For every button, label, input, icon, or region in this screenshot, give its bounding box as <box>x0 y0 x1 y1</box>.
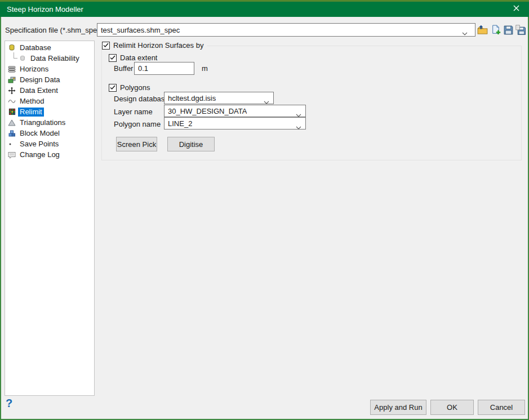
chevron-down-icon <box>296 123 301 131</box>
sidebar-item-data-reliability[interactable]: Data Reliability <box>5 53 94 64</box>
open-folder-icon[interactable] <box>477 25 488 35</box>
block-model-icon <box>8 129 16 137</box>
data-extent-checkbox-row: Data extent <box>109 53 158 62</box>
sidebar-item-method[interactable]: Method <box>5 96 94 106</box>
buffer-label: Buffer <box>114 64 133 73</box>
layer-name-value: 30_HW_DESIGN_DATA <box>168 107 247 115</box>
save-points-icon <box>8 140 16 148</box>
buffer-unit-label: m <box>202 64 208 73</box>
design-database-combobox[interactable]: hcltest.dgd.isis <box>164 92 274 104</box>
sidebar-item-triangulations[interactable]: Triangulations <box>5 117 94 128</box>
cancel-button[interactable]: Cancel <box>478 400 525 415</box>
sidebar-item-label: Data Extent <box>18 86 60 95</box>
horizons-icon <box>8 65 16 73</box>
relimit-surfaces-checkbox[interactable] <box>102 42 110 50</box>
sidebar-item-label: Method <box>18 97 46 106</box>
close-button[interactable] <box>504 0 529 17</box>
relimit-surfaces-checkbox-row: Relimit Horizon Surfaces by <box>102 41 207 50</box>
sidebar-item-design-data[interactable]: Design Data <box>5 74 94 85</box>
sidebar-item-label: Block Model <box>18 129 61 138</box>
spec-file-input[interactable] <box>97 23 475 37</box>
relimit-surfaces-label: Relimit Horizon Surfaces by <box>113 41 203 50</box>
new-specification-icon[interactable] <box>491 25 501 35</box>
screen-pick-button[interactable]: Screen Pick <box>116 137 157 151</box>
triangulations-icon <box>8 119 16 127</box>
sidebar-item-change-log[interactable]: Change Log <box>5 149 94 160</box>
database-icon <box>8 44 16 52</box>
steep-horizon-modeller-dialog: Steep Horizon Modeller Specification fil… <box>0 0 529 420</box>
spec-file-dropdown-chevron-icon[interactable] <box>462 29 468 37</box>
layer-name-label: Layer name <box>114 108 153 116</box>
tree-connector <box>14 52 17 59</box>
apply-and-run-button[interactable]: Apply and Run <box>370 400 426 415</box>
ok-button[interactable]: OK <box>430 400 474 415</box>
sidebar-item-label: Database <box>18 43 53 52</box>
sidebar-item-relimit[interactable]: Relimit <box>5 106 94 117</box>
help-button[interactable]: ? <box>6 397 12 409</box>
window-title: Steep Horizon Modeller <box>0 5 83 14</box>
sidebar-item-label: Horizons <box>18 65 50 74</box>
design-database-value: hcltest.dgd.isis <box>168 94 216 102</box>
buffer-input[interactable] <box>134 62 194 75</box>
data-reliability-icon <box>19 55 26 62</box>
sidebar-item-label: Triangulations <box>18 118 67 127</box>
design-database-label: Design database <box>114 95 169 103</box>
digitise-button[interactable]: Digitise <box>167 137 215 151</box>
sidebar-tree: Database Data Reliability Horizons <box>5 41 95 396</box>
save-as-icon[interactable] <box>515 25 526 35</box>
polygons-label: Polygons <box>120 83 150 92</box>
sidebar-item-label: Relimit <box>18 108 44 117</box>
relimit-icon <box>8 108 16 116</box>
polygon-name-combobox[interactable]: LINE_2 <box>164 117 306 129</box>
data-extent-icon <box>8 87 16 95</box>
sidebar-item-data-extent[interactable]: Data Extent <box>5 85 94 96</box>
sidebar-item-label: Design Data <box>18 75 62 84</box>
titlebar: Steep Horizon Modeller <box>0 0 529 17</box>
sidebar-item-database[interactable]: Database <box>5 42 94 53</box>
polygon-name-value: LINE_2 <box>168 119 192 128</box>
sidebar-item-block-model[interactable]: Block Model <box>5 128 94 138</box>
window-border-left <box>0 17 1 420</box>
polygon-name-label: Polygon name <box>114 120 161 128</box>
sidebar-item-label: Change Log <box>18 150 61 159</box>
spec-file-label: Specification file (*.shm_spec) <box>5 26 103 34</box>
method-icon <box>8 97 16 105</box>
save-icon[interactable] <box>503 25 514 35</box>
sidebar-item-horizons[interactable]: Horizons <box>5 64 94 74</box>
data-extent-label: Data extent <box>120 53 158 62</box>
sidebar-item-label: Data Reliability <box>29 54 81 63</box>
polygons-checkbox[interactable] <box>109 84 117 92</box>
design-data-icon <box>8 76 16 84</box>
change-log-icon <box>8 151 16 159</box>
data-extent-checkbox[interactable] <box>109 54 117 62</box>
layer-name-combobox[interactable]: 30_HW_DESIGN_DATA <box>164 105 306 117</box>
sidebar-item-save-points[interactable]: Save Points <box>5 138 94 149</box>
close-icon <box>513 5 519 13</box>
polygons-checkbox-row: Polygons <box>109 83 150 92</box>
sidebar-item-label: Save Points <box>18 140 60 149</box>
